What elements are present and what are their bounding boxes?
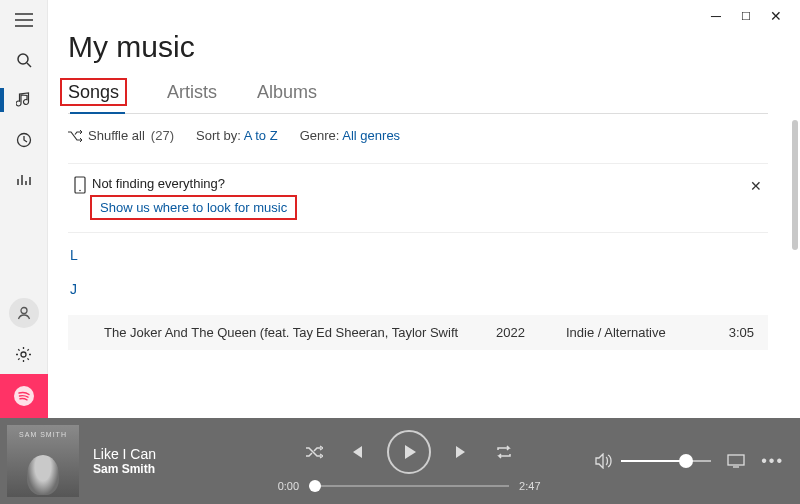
song-title: The Joker And The Queen (feat. Tay <box>76 325 316 340</box>
hamburger-icon[interactable] <box>0 0 48 40</box>
prev-icon[interactable] <box>345 441 367 463</box>
letter-heading-J[interactable]: J <box>70 281 768 297</box>
svg-point-6 <box>79 190 81 192</box>
sort-by[interactable]: Sort by: A to Z <box>196 128 278 143</box>
shuffle-all-button[interactable]: Shuffle all (27) <box>68 128 174 143</box>
device-icon <box>68 176 92 194</box>
now-playing-title: Like I Can <box>93 446 223 462</box>
svg-point-0 <box>18 54 28 64</box>
song-year: 2022 <box>496 325 566 340</box>
scrollbar[interactable] <box>792 120 798 250</box>
recent-icon[interactable] <box>0 120 48 160</box>
settings-icon[interactable] <box>0 334 48 374</box>
tab-songs[interactable]: Songs <box>68 82 127 113</box>
show-us-where-link[interactable]: Show us where to look for music <box>90 195 297 220</box>
shuffle-icon <box>68 130 82 142</box>
svg-point-2 <box>21 308 27 314</box>
track-info: Like I Can Sam Smith <box>93 446 223 476</box>
tab-artists[interactable]: Artists <box>167 82 217 113</box>
spotify-icon[interactable] <box>0 374 48 418</box>
svg-rect-7 <box>728 455 744 465</box>
play-icon[interactable] <box>387 430 431 474</box>
main-content: My music Songs Artists Albums Shuffle al… <box>48 0 788 418</box>
page-title: My music <box>68 30 768 64</box>
progress-bar[interactable]: 0:00 2:47 <box>278 480 541 492</box>
song-duration: 3:05 <box>712 325 760 340</box>
tabs: Songs Artists Albums <box>68 82 768 114</box>
tab-albums[interactable]: Albums <box>257 82 317 113</box>
volume-control[interactable] <box>595 453 711 469</box>
genre-filter[interactable]: Genre: All genres <box>300 128 400 143</box>
cast-icon[interactable] <box>727 454 745 468</box>
album-art[interactable] <box>7 425 79 497</box>
svg-point-3 <box>21 352 26 357</box>
player-bar: Like I Can Sam Smith 0:00 2:47 <box>0 418 800 504</box>
shuffle-icon[interactable] <box>303 441 325 463</box>
close-icon[interactable]: ✕ <box>750 178 762 194</box>
sidebar <box>0 0 48 418</box>
volume-icon <box>595 453 613 469</box>
letter-heading-L[interactable]: L <box>70 247 768 263</box>
time-elapsed: 0:00 <box>278 480 299 492</box>
repeat-icon[interactable] <box>493 441 515 463</box>
song-genre: Indie / Alternative <box>566 325 712 340</box>
filter-bar: Shuffle all (27) Sort by: A to Z Genre: … <box>68 128 768 143</box>
song-row[interactable]: The Joker And The Queen (feat. Tay Ed Sh… <box>68 315 768 350</box>
account-icon[interactable] <box>9 298 39 328</box>
find-music-notice: Not finding everything? Show us where to… <box>68 163 768 233</box>
now-playing-artist: Sam Smith <box>93 462 223 476</box>
my-music-icon[interactable] <box>0 80 48 120</box>
time-total: 2:47 <box>519 480 540 492</box>
more-icon[interactable]: ••• <box>761 452 784 470</box>
search-icon[interactable] <box>0 40 48 80</box>
nowplaying-icon[interactable] <box>0 160 48 200</box>
song-artist: Ed Sheeran, Taylor Swift <box>316 325 496 340</box>
notice-question: Not finding everything? <box>92 176 768 191</box>
next-icon[interactable] <box>451 441 473 463</box>
